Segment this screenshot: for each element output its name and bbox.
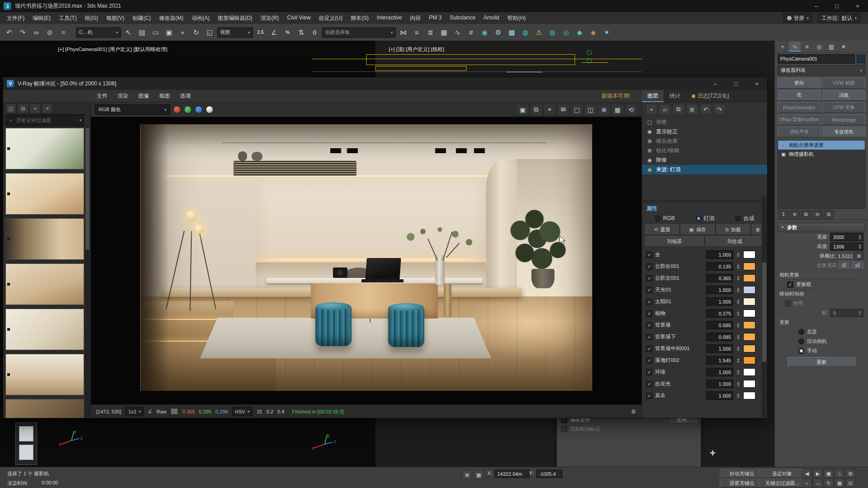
layers-tool-icon[interactable]: + xyxy=(646,104,657,115)
stack-tool-icon[interactable]: ≣ xyxy=(824,210,834,219)
modifier-button[interactable]: 挤出 xyxy=(778,78,821,89)
lightmix-color-swatch[interactable] xyxy=(743,251,755,258)
history-tool-icon[interactable]: ⊟ xyxy=(18,103,28,113)
layout-preset-button[interactable] xyxy=(19,445,33,460)
lightmix-reset-button[interactable]: ⟲重置 xyxy=(646,225,679,235)
modifier-stack-item[interactable]: ◦ 相机分辨率设置 xyxy=(778,141,865,150)
maximize-button[interactable]: □ xyxy=(826,0,847,12)
layout-preset-button[interactable] xyxy=(19,426,33,441)
toolbar-icon[interactable]: ◍ xyxy=(519,26,532,39)
vfb-menu-item[interactable]: 选项 xyxy=(175,90,196,102)
layer-visibility-icon[interactable]: ⊞ xyxy=(646,138,653,144)
history-thumbnail[interactable] xyxy=(5,173,84,215)
use-checkbox[interactable] xyxy=(785,300,791,307)
lightmix-color-swatch[interactable] xyxy=(743,345,755,352)
vfb-toolbar-icon[interactable]: ◫ xyxy=(584,104,597,116)
lightmix-row[interactable]: 落地灯002 1.545 xyxy=(642,355,767,366)
modifier-button[interactable]: UVW 变换 xyxy=(822,102,866,113)
vfb-toolbar-icon[interactable]: ⊕ xyxy=(598,104,610,116)
scrollbar-thumb[interactable] xyxy=(85,128,90,250)
toolbar-icon[interactable]: ≡ xyxy=(410,26,423,39)
toolbar-icon[interactable]: ↷ xyxy=(16,26,29,39)
reference-coordinate-dropdown[interactable]: 视图▾ xyxy=(217,27,253,38)
toolbar-icon[interactable]: ◉ xyxy=(478,26,491,39)
vfb-menu-item[interactable]: 视图 xyxy=(154,90,175,102)
panel-splitter[interactable] xyxy=(642,200,767,204)
lightmix-checkbox[interactable] xyxy=(646,275,652,282)
layer-tree-row[interactable]: ◉ 显示校正 xyxy=(642,127,767,136)
value-spinner[interactable] xyxy=(736,380,741,388)
green-channel-toggle[interactable] xyxy=(184,106,192,113)
close-button[interactable]: × xyxy=(847,0,868,12)
viewport-layout-tabs[interactable] xyxy=(15,422,37,465)
vfb-image-canvas[interactable] xyxy=(91,117,642,404)
time-control-icon[interactable]: ⌂ xyxy=(835,469,844,478)
layers-tool-icon[interactable]: ↶ xyxy=(700,104,712,115)
object-color-swatch[interactable] xyxy=(857,55,865,63)
value-spinner[interactable] xyxy=(736,357,741,364)
chevron-down-icon[interactable]: ▾ xyxy=(79,118,81,122)
history-thumbnail[interactable] xyxy=(5,354,84,395)
value-spinner[interactable] xyxy=(736,310,741,317)
history-tool-icon[interactable]: × xyxy=(42,103,53,113)
toolbar-icon[interactable]: ∞ xyxy=(30,26,42,39)
stack-tool-icon[interactable]: ⧉ xyxy=(801,210,811,219)
menu-item[interactable]: PM 3 xyxy=(425,13,446,24)
half-size-button[interactable]: /2 xyxy=(839,261,849,270)
modifier-stack-item[interactable]: ▣ 物理摄影机 xyxy=(778,150,865,159)
lightmix-color-swatch[interactable] xyxy=(743,263,755,270)
lightmix-load-button[interactable]: ⧉加载 xyxy=(717,225,750,235)
hsv-dropdown[interactable]: HSV▾ xyxy=(232,407,253,416)
transform-lock-toggle[interactable]: 变换锁 xyxy=(784,279,859,290)
vfb-toolbar-icon[interactable]: 50 xyxy=(557,104,570,116)
vfb-minimize-button[interactable]: – xyxy=(705,77,726,90)
toolbar-icon[interactable]: ▤ xyxy=(136,26,148,39)
history-thumbnail[interactable] xyxy=(5,309,84,350)
menu-item[interactable]: 内容 xyxy=(406,13,425,24)
time-stamp-checkbox[interactable] xyxy=(561,426,567,432)
source-mode-radio[interactable]: RGB xyxy=(655,215,675,221)
modifier-button[interactable]: VRay 置换modifier xyxy=(778,114,821,125)
lightmix-checkbox[interactable] xyxy=(646,369,652,375)
lightmix-color-swatch[interactable] xyxy=(743,392,755,399)
lightmix-value-field[interactable]: 1.000 xyxy=(706,380,733,388)
time-control-icon[interactable]: ▣ xyxy=(824,469,834,478)
scrollbar-thumb[interactable] xyxy=(762,263,766,362)
toolbar-icon[interactable]: ⋈ xyxy=(397,26,410,39)
source-mode-radio[interactable]: 灯混 xyxy=(696,215,715,222)
layer-visibility-icon[interactable]: ⊞ xyxy=(646,148,653,154)
display-channel-dropdown[interactable]: RGB 颜色▾ xyxy=(95,104,170,115)
lightmix-color-swatch[interactable] xyxy=(743,274,755,282)
lightmix-value-field[interactable]: 1.000 xyxy=(706,297,733,306)
workspace-dropdown[interactable]: 工作区:默认▾ xyxy=(817,13,861,23)
layers-scrollbar[interactable] xyxy=(762,197,767,417)
vfb-toolbar-icon[interactable]: ▣ xyxy=(516,104,529,116)
history-filter-box[interactable]: ⌕ ▾ xyxy=(5,114,84,126)
time-control-icon[interactable]: ▶ xyxy=(813,469,823,478)
modifier-button[interactable]: Retopology xyxy=(822,114,866,125)
layers-tool-icon[interactable]: ⧉ xyxy=(673,104,684,115)
lightmix-value-field[interactable]: 0.365 xyxy=(706,274,733,282)
named-selection-set-dropdown[interactable]: 创建选择集▾ xyxy=(322,27,396,38)
menu-item[interactable]: 文件(F) xyxy=(3,13,28,24)
layer-tree-row[interactable]: ◉ 来源: 灯混 xyxy=(642,165,767,174)
stack-tool-icon[interactable]: ⊖ xyxy=(812,210,822,219)
viewport-nav-icon[interactable]: ↔ xyxy=(813,479,823,488)
vfb-menu-item[interactable]: 图像 xyxy=(133,90,154,102)
modifier-button[interactable]: 涡轮平滑 xyxy=(778,127,821,137)
modifier-button[interactable]: FloorGenerator xyxy=(778,102,821,113)
top-viewport-label[interactable]: [+] [顶] [用户定义] [线框] xyxy=(389,46,444,53)
toolbar-icon[interactable]: ◎ xyxy=(560,26,572,39)
time-control-icon[interactable]: ⊞ xyxy=(845,469,855,478)
vfb-titlebar[interactable]: V V-Ray 帧缓冲区 - [50.0% of 2000 x 1306] – … xyxy=(3,77,767,90)
lightmix-save-button[interactable]: ▣保存 xyxy=(681,225,714,235)
modifier-button[interactable]: 法线 xyxy=(822,90,866,101)
value-spinner[interactable] xyxy=(736,298,741,305)
lightmix-row[interactable]: 全 1.000 xyxy=(642,249,767,261)
vfb-panel-tab[interactable]: 统计 xyxy=(664,90,686,102)
history-tool-icon[interactable]: + xyxy=(30,103,41,113)
lightmix-value-field[interactable]: 0.135 xyxy=(706,262,733,271)
lightmix-color-swatch[interactable] xyxy=(743,380,755,388)
layers-tool-icon[interactable]: ≣ xyxy=(686,104,698,115)
double-size-button[interactable]: x2 xyxy=(851,261,863,270)
